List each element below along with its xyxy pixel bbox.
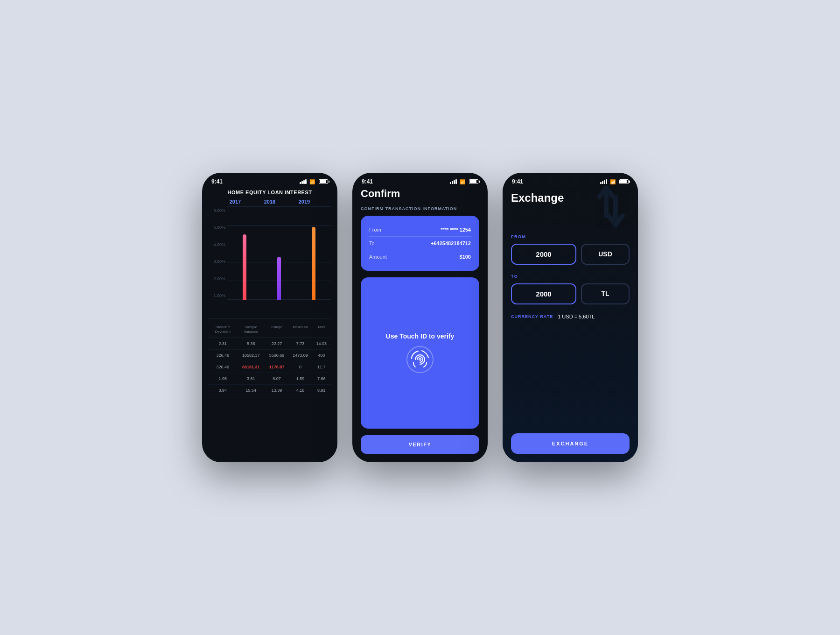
confirm-amount-row: Amount $100: [369, 250, 471, 263]
status-bar-1: 9:41 📶: [202, 173, 337, 188]
status-bar-2: 9:41 📶: [352, 173, 488, 188]
from-section-label: FROM: [511, 234, 630, 239]
exchange-title: Exchange: [511, 191, 564, 205]
to-row: 2000 TL: [511, 283, 630, 304]
signal-icon-1: [300, 179, 307, 184]
verify-button[interactable]: VERIFY: [361, 435, 479, 454]
y-label-2: 2.00%: [209, 276, 227, 281]
phone-chart: 9:41 📶 HOME EQUITY LOAN INTEREST 2017 20…: [202, 173, 337, 462]
cell-2-4: 1473.09: [288, 353, 312, 358]
wifi-icon-3: 📶: [610, 179, 616, 184]
cell-3-4: 0: [288, 365, 312, 369]
cell-5-3: 13.39: [265, 388, 288, 393]
bar-2017: [243, 206, 246, 300]
cell-3-3: 1176.87: [265, 365, 288, 369]
confirm-to-label: To: [369, 240, 375, 246]
status-icons-2: 📶: [450, 179, 478, 184]
touch-id-card[interactable]: Use Touch ID to verify: [361, 277, 479, 429]
cell-4-1: 1.95: [209, 376, 237, 381]
y-label-1: 1.00%: [209, 293, 227, 298]
cell-2-2: 10582.37: [237, 353, 265, 358]
cell-1-3: 22.27: [265, 341, 288, 346]
phone2-content: Confirm CONFIRM TRANSACTION INFORMATION …: [352, 188, 488, 462]
confirm-from-row: From **** **** 1254: [369, 223, 471, 236]
confirm-to-value: +6425482184712: [431, 240, 471, 246]
chart-y-labels: 6.00% 5.00% 4.00% 3.00% 2.00% 1.00%: [209, 206, 227, 300]
to-amount-input[interactable]: 2000: [511, 283, 576, 304]
header-max: Max: [312, 325, 331, 335]
header-stddev: StandartDeviation: [209, 325, 237, 335]
cell-2-5: 408: [312, 353, 331, 358]
cell-4-4: 1.59: [288, 376, 312, 381]
cell-4-2: 3.81: [237, 376, 265, 381]
phones-container: 9:41 📶 HOME EQUITY LOAN INTEREST 2017 20…: [202, 173, 638, 462]
cell-4-3: 6.07: [265, 376, 288, 381]
stats-table: StandartDeviation SampleVariance Range M…: [209, 322, 331, 456]
touch-id-text: Use Touch ID to verify: [386, 332, 455, 340]
phone-exchange: 9:41 📶 Exchange: [503, 173, 638, 462]
to-currency-input[interactable]: TL: [581, 283, 630, 304]
cell-5-4: 4.18: [288, 388, 312, 393]
header-min: Minimum: [288, 325, 312, 335]
battery-icon-1: [319, 179, 328, 184]
to-section-label: TO: [511, 274, 630, 279]
status-icons-1: 📶: [300, 179, 328, 184]
cell-1-4: 7.73: [288, 341, 312, 346]
currency-rate-row: CURRENCY RATE 1 USD = 5,60TL: [511, 314, 630, 319]
confirm-section-label: CONFIRM TRANSACTION INFORMATION: [361, 206, 479, 211]
chart-title: HOME EQUITY LOAN INTEREST: [209, 190, 331, 195]
bar-purple: [277, 257, 281, 300]
confirm-to-row: To +6425482184712: [369, 236, 471, 250]
from-row: 2000 USD: [511, 244, 630, 265]
bar-2019: [312, 206, 315, 300]
bar-pink: [243, 234, 246, 300]
battery-icon-2: [469, 179, 478, 184]
phone1-content: HOME EQUITY LOAN INTEREST 2017 2018 2019…: [202, 188, 337, 462]
exchange-button[interactable]: EXCHANGE: [511, 433, 630, 454]
cell-2-3: 5560.69: [265, 353, 288, 358]
cell-5-2: 15.54: [237, 388, 265, 393]
fingerprint-icon: [406, 346, 434, 374]
cell-5-5: 8.91: [312, 388, 331, 393]
exchange-arrows-icon: [592, 188, 630, 225]
from-currency-input[interactable]: USD: [581, 244, 630, 265]
header-range: Range: [265, 325, 288, 335]
y-label-4: 4.00%: [209, 242, 227, 247]
status-icons-3: 📶: [600, 179, 629, 184]
year-2019: 2019: [299, 199, 310, 205]
cell-5-1: 3.94: [209, 388, 237, 393]
confirm-amount-label: Amount: [369, 254, 387, 260]
cell-3-5: 11.7: [312, 365, 331, 369]
chart-bars-area: [227, 206, 331, 300]
cell-2-1: 326.46: [209, 353, 237, 358]
cell-1-5: 14.03: [312, 341, 331, 346]
currency-rate-value: 1 USD = 5,60TL: [558, 314, 595, 319]
stats-row-5: 3.94 15.54 13.39 4.18 8.91: [209, 385, 331, 396]
cell-1-1: 2.31: [209, 341, 237, 346]
phone3-content: Exchange FROM 2000 USD TO 2000 TL CURREN: [503, 188, 638, 462]
bar-2018: [277, 206, 281, 300]
currency-rate-label: CURRENCY RATE: [511, 314, 553, 319]
time-3: 9:41: [512, 178, 523, 185]
y-label-3: 3.00%: [209, 259, 227, 264]
stats-row-1: 2.31 5.36 22.27 7.73 14.03: [209, 338, 331, 350]
svg-point-0: [407, 346, 433, 373]
from-amount-input[interactable]: 2000: [511, 244, 576, 265]
confirm-amount-value: $100: [460, 254, 471, 260]
header-variance: SampleVariance: [237, 325, 265, 335]
phone-confirm: 9:41 📶 Confirm CONFIRM TRANSACTION INFOR…: [352, 173, 488, 462]
chart-years: 2017 2018 2019: [209, 199, 331, 205]
confirm-card: From **** **** 1254 To +6425482184712 Am…: [361, 216, 479, 271]
signal-icon-3: [600, 179, 607, 184]
cell-3-2: 86181.31: [237, 365, 265, 369]
battery-icon-3: [619, 179, 629, 184]
year-2017: 2017: [230, 199, 241, 205]
confirm-from-label: From: [369, 227, 381, 233]
signal-icon-2: [450, 179, 457, 184]
cell-4-5: 7.66: [312, 376, 331, 381]
y-label-6: 6.00%: [209, 208, 227, 213]
y-label-5: 5.00%: [209, 225, 227, 230]
wifi-icon-2: 📶: [460, 179, 465, 184]
chart-grid: 6.00% 5.00% 4.00% 3.00% 2.00% 1.00%: [209, 206, 331, 300]
stats-header: StandartDeviation SampleVariance Range M…: [209, 322, 331, 338]
